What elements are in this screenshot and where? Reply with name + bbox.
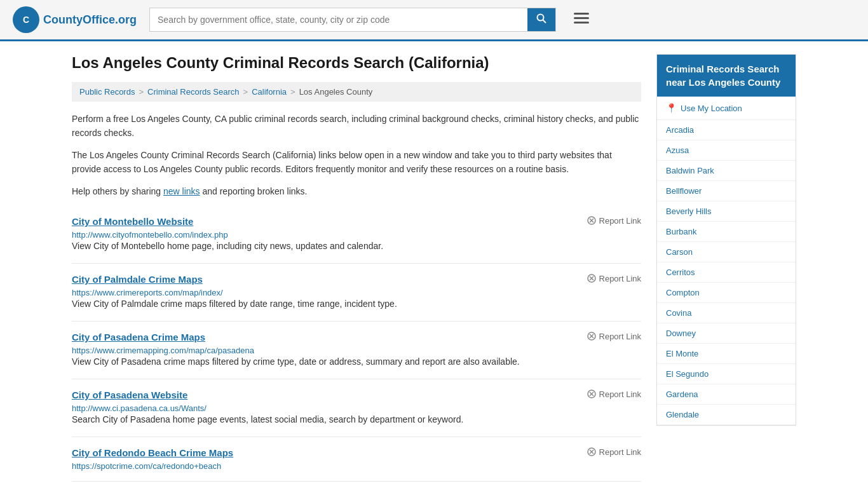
report-link-2[interactable]: Report Link	[587, 332, 641, 341]
intro3-prefix: Help others by sharing	[72, 186, 163, 196]
result-url-0[interactable]: http://www.cityofmontebello.com/index.ph…	[72, 230, 228, 240]
sidebar-city-link-12[interactable]: El Segundo	[657, 364, 796, 384]
result-title-3[interactable]: City of Pasadena Website	[72, 390, 187, 400]
breadcrumb-criminal-records[interactable]: Criminal Records Search	[147, 87, 240, 97]
logo-text: CountyOffice.org	[43, 13, 137, 27]
sidebar-city-link-13[interactable]: Gardena	[657, 384, 796, 404]
result-desc-0: View City of Montebello home page, inclu…	[72, 240, 641, 253]
search-button[interactable]	[527, 8, 555, 31]
site-header: C CountyOffice.org	[0, 0, 868, 41]
svg-point-2	[538, 15, 544, 21]
report-link-0[interactable]: Report Link	[587, 216, 641, 226]
breadcrumb-california[interactable]: California	[252, 87, 287, 97]
sidebar-city-link-6[interactable]: Carson	[657, 242, 796, 262]
location-icon: 📍	[666, 103, 677, 113]
report-icon-0	[587, 216, 596, 225]
result-title-2[interactable]: City of Pasadena Crime Maps	[72, 332, 205, 342]
sidebar-city-item: Burbank	[657, 222, 796, 242]
result-header: City of Palmdale Crime Maps Report Link	[72, 274, 641, 285]
breadcrumb-public-records[interactable]: Public Records	[79, 87, 135, 97]
hamburger-menu-button[interactable]	[569, 9, 594, 30]
result-item: City of Palmdale Crime Maps Report Link …	[72, 264, 641, 322]
sidebar-city-item: Downey	[657, 323, 796, 344]
sidebar-city-link-11[interactable]: El Monte	[657, 344, 796, 363]
main-container: Los Angeles County Criminal Records Sear…	[59, 41, 809, 488]
svg-text:C: C	[23, 15, 29, 25]
sidebar-city-link-0[interactable]: Arcadia	[657, 120, 796, 140]
result-header: City of Pasadena Website Report Link	[72, 390, 641, 400]
result-item: City of Redondo Beach Crime Maps Report …	[72, 437, 641, 482]
result-header: City of Pasadena Crime Maps Report Link	[72, 332, 641, 342]
intro-paragraph-1: Perform a free Los Angeles County, CA pu…	[72, 112, 641, 140]
report-link-label-4: Report Link	[599, 447, 641, 457]
sidebar-city-item: Gardena	[657, 384, 796, 405]
sidebar-city-item: Baldwin Park	[657, 161, 796, 181]
result-url-4[interactable]: https://spotcrime.com/ca/redondo+beach	[72, 461, 221, 471]
sidebar-city-item: Carson	[657, 242, 796, 262]
content-area: Los Angeles County Criminal Records Sear…	[72, 54, 641, 482]
sidebar-city-link-9[interactable]: Covina	[657, 303, 796, 323]
result-desc-1: View City of Palmdale crime maps filtere…	[72, 297, 641, 311]
sidebar-city-link-8[interactable]: Compton	[657, 283, 796, 302]
result-desc-3: Search City of Pasadena home page events…	[72, 413, 641, 426]
sidebar-city-link-5[interactable]: Burbank	[657, 222, 796, 241]
report-icon-4	[587, 447, 596, 456]
report-icon-3	[587, 390, 596, 398]
report-icon-2	[587, 332, 596, 341]
sidebar-city-link-1[interactable]: Azusa	[657, 140, 796, 160]
breadcrumb-sep-2: >	[243, 87, 248, 97]
use-my-location[interactable]: 📍 Use My Location	[657, 97, 796, 120]
sidebar-cities-list: ArcadiaAzusaBaldwin ParkBellflowerBeverl…	[657, 120, 796, 425]
result-item: City of Pasadena Website Report Link htt…	[72, 379, 641, 437]
sidebar-city-link-14[interactable]: Glendale	[657, 405, 796, 424]
result-title-1[interactable]: City of Palmdale Crime Maps	[72, 274, 203, 285]
sidebar-city-link-7[interactable]: Cerritos	[657, 262, 796, 282]
sidebar-city-item: El Monte	[657, 344, 796, 364]
results-list: City of Montebello Website Report Link h…	[72, 206, 641, 482]
report-link-1[interactable]: Report Link	[587, 274, 641, 283]
sidebar: Criminal Records Search near Los Angeles…	[656, 54, 796, 482]
logo-icon: C	[13, 6, 39, 33]
search-bar	[149, 8, 556, 32]
sidebar-city-link-2[interactable]: Baldwin Park	[657, 161, 796, 180]
sidebar-city-item: Azusa	[657, 140, 796, 161]
result-title-4[interactable]: City of Redondo Beach Crime Maps	[72, 447, 233, 458]
new-links-link[interactable]: new links	[163, 186, 200, 196]
report-link-4[interactable]: Report Link	[587, 447, 641, 457]
sidebar-city-link-3[interactable]: Bellflower	[657, 181, 796, 201]
result-header: City of Montebello Website Report Link	[72, 216, 641, 227]
intro-paragraph-3: Help others by sharing new links and rep…	[72, 184, 641, 198]
breadcrumb-current: Los Angeles County	[299, 87, 373, 97]
sidebar-city-item: Compton	[657, 283, 796, 303]
report-link-3[interactable]: Report Link	[587, 390, 641, 399]
report-link-label-1: Report Link	[599, 274, 641, 283]
result-url-1[interactable]: https://www.crimereports.com/map/index/	[72, 288, 223, 297]
sidebar-city-link-10[interactable]: Downey	[657, 323, 796, 343]
breadcrumb-sep-3: >	[290, 87, 295, 97]
sidebar-city-item: Covina	[657, 303, 796, 323]
report-link-label-2: Report Link	[599, 332, 641, 341]
use-location-label: Use My Location	[681, 104, 742, 113]
sidebar-city-link-4[interactable]: Beverly Hills	[657, 201, 796, 221]
svg-rect-4	[574, 13, 589, 15]
sidebar-box: Criminal Records Search near Los Angeles…	[656, 54, 796, 426]
page-title: Los Angeles County Criminal Records Sear…	[72, 54, 641, 72]
search-input[interactable]	[150, 8, 527, 31]
result-item: City of Montebello Website Report Link h…	[72, 206, 641, 264]
result-url-2[interactable]: https://www.crimemapping.com/map/ca/pasa…	[72, 346, 254, 355]
breadcrumb-sep-1: >	[139, 87, 144, 97]
result-desc-2: View City of Pasadena crime maps filtere…	[72, 355, 641, 369]
intro3-suffix: and reporting broken links.	[200, 186, 308, 196]
result-item: City of Pasadena Crime Maps Report Link …	[72, 322, 641, 379]
result-title-0[interactable]: City of Montebello Website	[72, 216, 193, 227]
report-icon-1	[587, 274, 596, 283]
report-link-label-0: Report Link	[599, 216, 641, 226]
logo-link[interactable]: C CountyOffice.org	[13, 6, 137, 33]
sidebar-city-item: Bellflower	[657, 181, 796, 201]
report-link-label-3: Report Link	[599, 390, 641, 399]
svg-rect-6	[574, 22, 589, 24]
intro-paragraph-2: The Los Angeles County Criminal Records …	[72, 148, 641, 177]
result-header: City of Redondo Beach Crime Maps Report …	[72, 447, 641, 458]
sidebar-city-item: El Segundo	[657, 364, 796, 384]
result-url-3[interactable]: http://www.ci.pasadena.ca.us/Wants/	[72, 403, 207, 413]
